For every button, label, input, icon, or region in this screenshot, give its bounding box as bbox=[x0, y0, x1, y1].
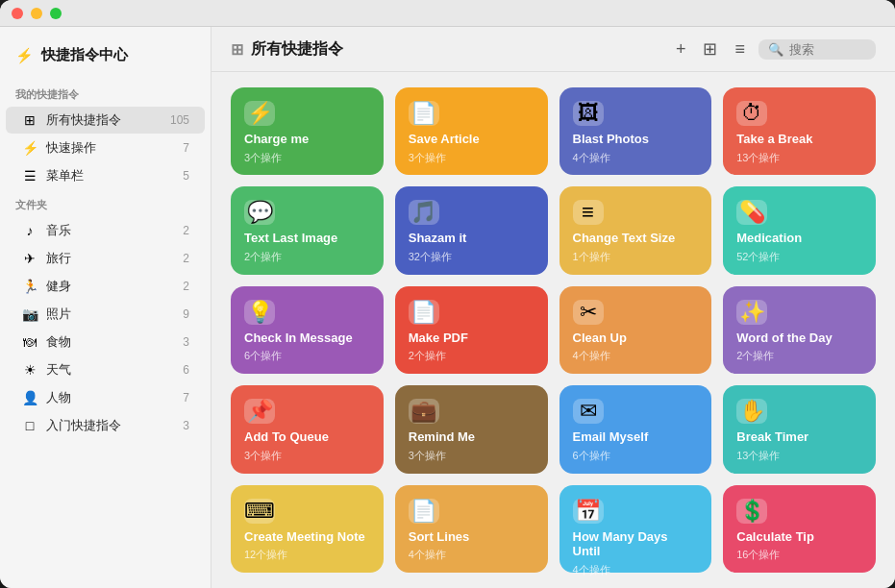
shortcut-card-break-timer[interactable]: ✋ Break Timer 13个操作 bbox=[723, 385, 876, 473]
card-icon-break-timer: ✋ bbox=[736, 399, 767, 424]
minimize-button[interactable] bbox=[31, 8, 42, 19]
sidebar-item-music[interactable]: ♪ 音乐 2 bbox=[6, 217, 205, 244]
card-name-calculate-tip: Calculate Tip bbox=[736, 529, 862, 545]
quick-actions-label: 快速操作 bbox=[46, 139, 175, 157]
header-actions: + ⊞ ≡ 🔍 bbox=[672, 37, 876, 61]
shortcut-card-create-meeting-note[interactable]: ⌨ Create Meeting Note 12个操作 bbox=[231, 485, 384, 573]
travel-icon: ✈ bbox=[21, 250, 38, 267]
card-icon-sort-lines: 📄 bbox=[409, 499, 439, 524]
all-shortcuts-count: 105 bbox=[170, 113, 189, 127]
card-icon-blast-photos: 🖼 bbox=[573, 101, 604, 126]
shortcuts-header-icon: ⚡ bbox=[15, 47, 34, 64]
card-name-word-of-the-day: Word of the Day bbox=[736, 331, 862, 346]
sidebar-item-quick[interactable]: ⚡ 快速操作 7 bbox=[6, 135, 205, 161]
grid-view-button[interactable]: ⊞ bbox=[699, 37, 721, 61]
app-content: ⚡ 快捷指令中心 我的快捷指令 ⊞ 所有快捷指令 105 ⚡ 快速操作 7 ☰ … bbox=[0, 27, 895, 588]
people-icon: 👤 bbox=[21, 389, 38, 406]
card-actions-take-a-break: 13个操作 bbox=[736, 151, 862, 165]
card-actions-change-text-size: 1个操作 bbox=[573, 250, 699, 264]
sidebar-item-all[interactable]: ⊞ 所有快捷指令 105 bbox=[6, 107, 205, 134]
card-actions-charge-me: 3个操作 bbox=[244, 151, 370, 165]
card-name-how-many-days-until: How Many Days Until bbox=[573, 529, 699, 559]
menubar-icon: ☰ bbox=[21, 167, 38, 184]
shortcut-card-sort-lines[interactable]: 📄 Sort Lines 4个操作 bbox=[395, 485, 548, 573]
card-name-clean-up: Clean Up bbox=[573, 331, 699, 346]
shortcut-card-text-last-image[interactable]: 💬 Text Last Image 2个操作 bbox=[231, 186, 384, 274]
add-shortcut-button[interactable]: + bbox=[672, 37, 690, 61]
shortcut-card-word-of-the-day[interactable]: ✨ Word of the Day 2个操作 bbox=[723, 286, 876, 374]
shortcut-card-calculate-tip[interactable]: 💲 Calculate Tip 16个操作 bbox=[723, 485, 876, 573]
shortcut-card-shazam-it[interactable]: 🎵 Shazam it 32个操作 bbox=[395, 186, 548, 274]
card-icon-check-in-message: 💡 bbox=[244, 300, 275, 325]
people-label: 人物 bbox=[46, 389, 175, 406]
sidebar-item-people[interactable]: 👤 人物 7 bbox=[6, 384, 205, 411]
card-name-check-in-message: Check In Message bbox=[244, 331, 370, 346]
weather-count: 6 bbox=[183, 363, 189, 377]
card-actions-email-myself: 6个操作 bbox=[573, 449, 699, 463]
music-icon: ♪ bbox=[21, 222, 38, 239]
card-actions-medication: 52个操作 bbox=[736, 250, 862, 264]
food-icon: 🍽 bbox=[21, 333, 38, 351]
card-icon-how-many-days-until: 📅 bbox=[573, 499, 604, 524]
shortcut-card-charge-me[interactable]: ⚡ Charge me 3个操作 bbox=[231, 87, 384, 175]
list-view-button[interactable]: ≡ bbox=[731, 37, 749, 61]
music-label: 音乐 bbox=[46, 222, 175, 239]
shortcuts-header-label: 快捷指令中心 bbox=[41, 46, 128, 64]
card-actions-clean-up: 4个操作 bbox=[573, 349, 699, 363]
shortcut-card-how-many-days-until[interactable]: 📅 How Many Days Until 4个操作 bbox=[559, 485, 712, 573]
card-actions-break-timer: 13个操作 bbox=[736, 449, 862, 463]
shortcut-card-blast-photos[interactable]: 🖼 Blast Photos 4个操作 bbox=[559, 87, 712, 175]
card-icon-email-myself: ✉ bbox=[573, 399, 604, 424]
card-name-make-pdf: Make PDF bbox=[409, 331, 535, 346]
quick-actions-count: 7 bbox=[183, 141, 189, 155]
card-name-sort-lines: Sort Lines bbox=[409, 529, 535, 545]
card-actions-check-in-message: 6个操作 bbox=[244, 349, 370, 363]
card-name-text-last-image: Text Last Image bbox=[244, 231, 370, 246]
shortcut-card-check-in-message[interactable]: 💡 Check In Message 6个操作 bbox=[231, 286, 384, 374]
quick-actions-icon: ⚡ bbox=[21, 139, 38, 157]
travel-label: 旅行 bbox=[46, 250, 175, 267]
card-icon-create-meeting-note: ⌨ bbox=[244, 499, 275, 524]
card-icon-text-last-image: 💬 bbox=[244, 200, 275, 225]
card-icon-medication: 💊 bbox=[736, 200, 767, 225]
search-input[interactable] bbox=[789, 42, 866, 57]
shortcut-card-change-text-size[interactable]: ≡ Change Text Size 1个操作 bbox=[559, 186, 712, 274]
shortcut-card-make-pdf[interactable]: 📄 Make PDF 2个操作 bbox=[395, 286, 548, 374]
search-icon: 🔍 bbox=[768, 42, 783, 57]
card-actions-remind-me: 3个操作 bbox=[409, 449, 535, 463]
card-name-shazam-it: Shazam it bbox=[409, 231, 535, 246]
food-label: 食物 bbox=[46, 333, 175, 351]
main-content: ⊞ 所有快捷指令 + ⊞ ≡ 🔍 ⚡ Charge me 3个操作 bbox=[211, 27, 895, 588]
grid-view-icon: ⊞ bbox=[231, 40, 243, 59]
sidebar-item-intro[interactable]: □ 入门快捷指令 3 bbox=[6, 412, 205, 439]
app-window: ⚡ 快捷指令中心 我的快捷指令 ⊞ 所有快捷指令 105 ⚡ 快速操作 7 ☰ … bbox=[0, 0, 895, 588]
photos-count: 9 bbox=[183, 307, 189, 321]
close-button[interactable] bbox=[12, 8, 23, 19]
shortcut-card-clean-up[interactable]: ✂ Clean Up 4个操作 bbox=[559, 286, 712, 374]
card-actions-shazam-it: 32个操作 bbox=[409, 250, 535, 264]
fitness-icon: 🏃 bbox=[21, 278, 38, 295]
sidebar-item-fitness[interactable]: 🏃 健身 2 bbox=[6, 273, 205, 300]
fitness-count: 2 bbox=[183, 280, 189, 293]
shortcut-card-remind-me[interactable]: 💼 Remind Me 3个操作 bbox=[395, 385, 548, 473]
weather-label: 天气 bbox=[46, 361, 175, 379]
shortcut-card-email-myself[interactable]: ✉ Email Myself 6个操作 bbox=[559, 385, 712, 473]
card-icon-take-a-break: ⏱ bbox=[736, 101, 767, 126]
sidebar-item-weather[interactable]: ☀ 天气 6 bbox=[6, 356, 205, 383]
sidebar-item-menubar[interactable]: ☰ 菜单栏 5 bbox=[6, 162, 205, 189]
people-count: 7 bbox=[183, 391, 189, 404]
shortcut-card-take-a-break[interactable]: ⏱ Take a Break 13个操作 bbox=[723, 87, 876, 175]
shortcut-card-add-to-queue[interactable]: 📌 Add To Queue 3个操作 bbox=[231, 385, 384, 473]
menubar-count: 5 bbox=[183, 169, 189, 183]
sidebar-item-photos[interactable]: 📷 照片 9 bbox=[6, 301, 205, 328]
card-icon-remind-me: 💼 bbox=[409, 399, 439, 424]
maximize-button[interactable] bbox=[50, 8, 62, 19]
photos-label: 照片 bbox=[46, 306, 175, 323]
card-actions-create-meeting-note: 12个操作 bbox=[244, 548, 370, 562]
shortcut-card-save-article[interactable]: 📄 Save Article 3个操作 bbox=[395, 87, 548, 175]
shortcut-card-medication[interactable]: 💊 Medication 52个操作 bbox=[723, 186, 876, 274]
card-icon-charge-me: ⚡ bbox=[244, 101, 275, 126]
sidebar-item-food[interactable]: 🍽 食物 3 bbox=[6, 329, 205, 355]
sidebar-item-travel[interactable]: ✈ 旅行 2 bbox=[6, 245, 205, 272]
card-actions-word-of-the-day: 2个操作 bbox=[736, 349, 862, 363]
